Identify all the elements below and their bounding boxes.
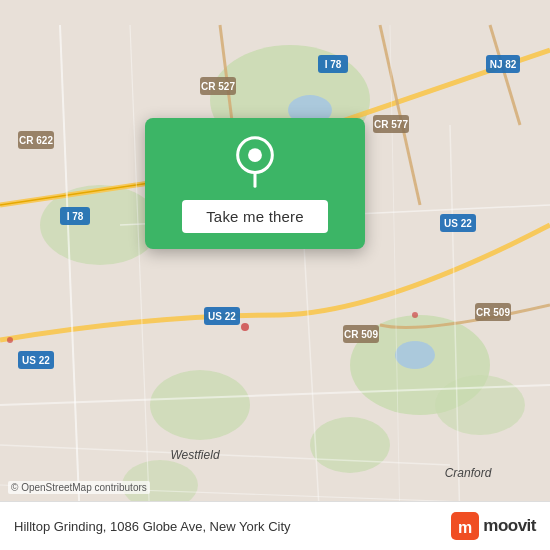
svg-point-52 [412, 312, 418, 318]
svg-text:US 22: US 22 [444, 218, 472, 229]
svg-text:Cranford: Cranford [445, 466, 492, 480]
svg-point-51 [241, 323, 249, 331]
moovit-logo: m moovit [451, 512, 536, 540]
svg-point-5 [310, 417, 390, 473]
svg-point-9 [395, 341, 435, 369]
svg-point-6 [435, 375, 525, 435]
map-background: I 78 I 78 NJ 82 CR 527 CR 622 CR 577 CR … [0, 0, 550, 550]
moovit-text: moovit [483, 516, 536, 536]
svg-text:CR 509: CR 509 [476, 307, 510, 318]
svg-point-4 [150, 370, 250, 440]
svg-text:CR 577: CR 577 [374, 119, 408, 130]
svg-text:US 22: US 22 [208, 311, 236, 322]
svg-text:US 22: US 22 [22, 355, 50, 366]
svg-text:CR 622: CR 622 [19, 135, 53, 146]
map-container: I 78 I 78 NJ 82 CR 527 CR 622 CR 577 CR … [0, 0, 550, 550]
address-text: Hilltop Grinding, 1086 Globe Ave, New Yo… [14, 519, 451, 534]
copyright-text: © OpenStreetMap contributors [8, 481, 150, 494]
svg-text:I 78: I 78 [67, 211, 84, 222]
svg-text:I 78: I 78 [325, 59, 342, 70]
svg-text:CR 509: CR 509 [344, 329, 378, 340]
svg-text:m: m [458, 519, 472, 536]
svg-text:NJ 82: NJ 82 [490, 59, 517, 70]
take-me-there-button[interactable]: Take me there [182, 200, 328, 233]
location-card: Take me there [145, 118, 365, 249]
location-pin-icon [229, 136, 281, 188]
moovit-icon: m [451, 512, 479, 540]
svg-text:Westfield: Westfield [170, 448, 219, 462]
svg-point-55 [248, 148, 262, 162]
svg-text:CR 527: CR 527 [201, 81, 235, 92]
svg-point-53 [7, 337, 13, 343]
bottom-bar: Hilltop Grinding, 1086 Globe Ave, New Yo… [0, 501, 550, 550]
